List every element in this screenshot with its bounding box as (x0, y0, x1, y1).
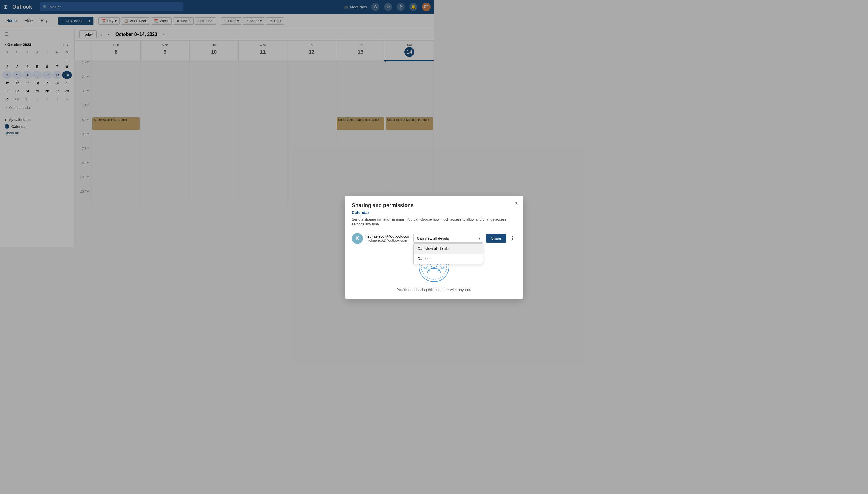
permission-dropdown: Can view all details Can edit (413, 243, 434, 247)
permission-select[interactable]: Can view all details Can edit (413, 234, 434, 243)
modal-title: Sharing and permissions (352, 203, 434, 209)
contact-info: michaelscott@outlook.com michaelscott@ou… (366, 234, 411, 242)
contact-name: michaelscott@outlook.com (366, 234, 411, 239)
contact-avatar: K (352, 233, 363, 244)
share-row: K michaelscott@outlook.com michaelscott@… (352, 233, 434, 244)
modal-subtitle: Calendar (352, 210, 434, 215)
modal-overlay[interactable]: ✕ Sharing and permissions Calendar Send … (0, 0, 434, 247)
modal-description: Send a sharing invitation in email. You … (352, 217, 434, 227)
contact-initials: K (356, 236, 359, 241)
permission-select-wrapper: Can view all details Can edit ▾ Can view… (413, 234, 434, 243)
dropdown-item-view[interactable]: Can view all details (414, 244, 434, 247)
sharing-modal: ✕ Sharing and permissions Calendar Send … (345, 195, 434, 247)
contact-email: michaelscott@outlook.com (366, 239, 411, 242)
